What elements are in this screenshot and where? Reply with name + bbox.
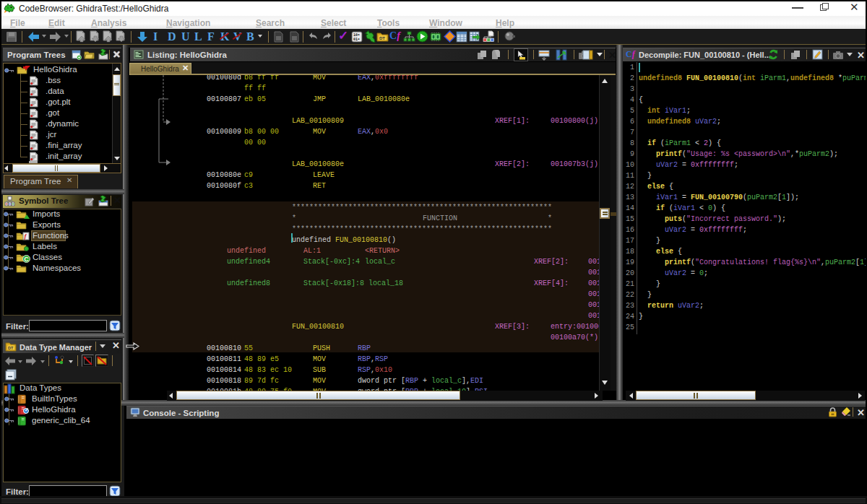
- svg-text:01•: 01•: [353, 37, 360, 41]
- svg-text:DT: DT: [8, 346, 14, 350]
- svg-text:DT: DT: [379, 36, 385, 40]
